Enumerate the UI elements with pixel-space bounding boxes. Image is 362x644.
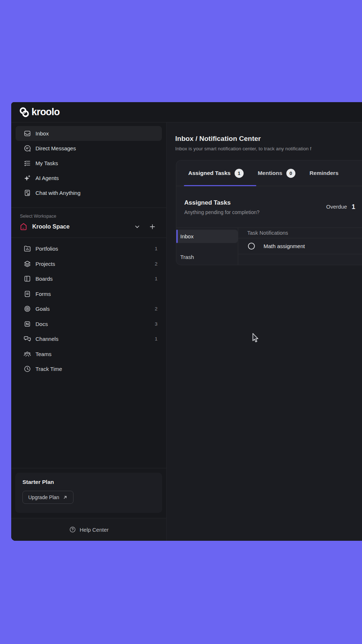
item-count: 1 bbox=[155, 246, 157, 251]
form-icon bbox=[24, 290, 31, 298]
item-count: 1 bbox=[155, 276, 157, 281]
help-center-button[interactable]: Help Center bbox=[11, 518, 166, 541]
arrow-up-right-icon bbox=[63, 495, 68, 500]
task-notification-list: Task Notifications Math assignment bbox=[238, 228, 362, 265]
sidebar-item-teams[interactable]: Teams bbox=[16, 347, 162, 362]
kroolo-app-window: kroolo Inbox bbox=[11, 102, 362, 541]
sidebar-item-docs[interactable]: Docs 3 bbox=[16, 317, 162, 332]
top-bar: kroolo bbox=[11, 102, 362, 122]
active-folder-indicator bbox=[176, 230, 178, 243]
sidebar-item-label: Docs bbox=[35, 321, 48, 327]
folder-trash[interactable]: Trash bbox=[176, 250, 238, 264]
checklist-icon bbox=[24, 159, 31, 167]
sidebar-item-label: Channels bbox=[35, 336, 58, 342]
sidebar-item-channels[interactable]: Channels 1 bbox=[16, 331, 162, 347]
tab-reminders[interactable]: Reminders bbox=[310, 170, 338, 176]
divider bbox=[11, 208, 166, 208]
sidebar-item-portfolios[interactable]: Portfolios 1 bbox=[16, 241, 162, 256]
overdue-count: 1 bbox=[352, 203, 355, 210]
page-title: Inbox / Notification Center bbox=[175, 134, 362, 143]
mouse-cursor bbox=[252, 333, 259, 343]
sidebar-item-chat-with-anything[interactable]: AI Chat with Anything bbox=[16, 185, 162, 200]
item-count: 1 bbox=[155, 336, 157, 342]
sidebar-item-inbox[interactable]: Inbox bbox=[16, 126, 162, 141]
folder-inbox[interactable]: Inbox bbox=[176, 230, 238, 243]
help-center-label: Help Center bbox=[80, 527, 109, 533]
modules-list: Portfolios 1 Projects 2 bbox=[11, 238, 166, 377]
tab-mentions[interactable]: Mentions 0 bbox=[258, 169, 295, 178]
kroolo-logo[interactable]: kroolo bbox=[18, 106, 60, 118]
sidebar-item-label: Chat with Anything bbox=[35, 190, 80, 196]
upgrade-plan-label: Upgrade Plan bbox=[28, 494, 59, 500]
overdue-label: Overdue bbox=[326, 203, 347, 210]
folder-label: Trash bbox=[180, 254, 194, 260]
sidebar-item-ai-agents[interactable]: AI Agents bbox=[16, 171, 162, 185]
help-icon bbox=[69, 526, 76, 533]
tab-count-badge: 1 bbox=[235, 169, 244, 178]
sidebar-item-label: My Tasks bbox=[35, 160, 58, 166]
sidebar-item-label: AI Agents bbox=[35, 175, 59, 181]
sidebar: Inbox Direct Messages bbox=[11, 122, 167, 541]
sidebar-item-label: Teams bbox=[35, 351, 51, 357]
brand-name: kroolo bbox=[31, 106, 60, 118]
plan-name: Starter Plan bbox=[22, 479, 155, 485]
sidebar-item-goals[interactable]: Goals 2 bbox=[16, 301, 162, 317]
sidebar-item-label: Goals bbox=[35, 306, 50, 312]
teams-icon bbox=[24, 350, 31, 358]
overdue-stat: Overdue 1 bbox=[326, 203, 355, 210]
chevron-down-icon[interactable] bbox=[134, 223, 141, 230]
kroolo-logo-icon bbox=[18, 106, 30, 118]
notification-card: Assigned Tasks 1 Mentions 0 Reminders bbox=[176, 160, 362, 265]
sidebar-item-forms[interactable]: Forms bbox=[16, 287, 162, 302]
workspace-selector[interactable]: Kroolo Space bbox=[16, 219, 162, 235]
item-count: 2 bbox=[155, 261, 157, 267]
assigned-tasks-header: Assigned Tasks Anything pending for comp… bbox=[176, 186, 362, 228]
folder-label: Inbox bbox=[180, 233, 194, 239]
workspace-section-label: Select Workspace bbox=[16, 214, 162, 219]
main-content: Inbox / Notification Center Inbox is you… bbox=[167, 122, 362, 541]
sidebar-item-label: Boards bbox=[35, 276, 53, 282]
page-subtitle: Inbox is your smart notification center,… bbox=[175, 146, 362, 152]
sidebar-item-label: Track Time bbox=[35, 366, 62, 372]
task-row[interactable]: Math assignment bbox=[238, 238, 362, 254]
sidebar-item-projects[interactable]: Projects 2 bbox=[16, 256, 162, 272]
clock-icon bbox=[24, 365, 31, 373]
tab-label: Reminders bbox=[310, 170, 338, 176]
layers-icon bbox=[24, 260, 31, 268]
svg-text:AI: AI bbox=[28, 193, 29, 195]
sidebar-item-boards[interactable]: Boards 1 bbox=[16, 271, 162, 287]
sidebar-item-track-time[interactable]: Track Time bbox=[16, 361, 162, 377]
task-status-circle-icon[interactable] bbox=[248, 243, 255, 250]
plan-section: Starter Plan Upgrade Plan bbox=[11, 468, 166, 518]
chat-doc-icon: AI bbox=[24, 189, 31, 197]
sidebar-item-label: Inbox bbox=[35, 130, 49, 137]
task-list-header: Task Notifications bbox=[238, 228, 362, 238]
doc-icon bbox=[24, 320, 31, 328]
sidebar-item-direct-messages[interactable]: Direct Messages bbox=[16, 141, 162, 156]
add-workspace-icon[interactable] bbox=[149, 223, 156, 230]
sidebar-nav: Inbox Direct Messages bbox=[11, 122, 166, 200]
upgrade-plan-button[interactable]: Upgrade Plan bbox=[22, 491, 73, 504]
message-icon bbox=[24, 145, 31, 152]
tab-label: Mentions bbox=[258, 170, 282, 176]
portfolio-icon bbox=[24, 245, 31, 252]
tab-assigned-tasks[interactable]: Assigned Tasks 1 bbox=[188, 169, 244, 178]
task-title: Math assignment bbox=[264, 243, 305, 249]
item-count: 3 bbox=[155, 321, 157, 327]
sidebar-item-my-tasks[interactable]: My Tasks bbox=[16, 156, 162, 171]
tab-count-badge: 0 bbox=[286, 169, 295, 178]
sidebar-item-label: Direct Messages bbox=[35, 145, 76, 151]
item-count: 2 bbox=[155, 306, 157, 311]
workspace-icon bbox=[19, 222, 28, 231]
tab-bar: Assigned Tasks 1 Mentions 0 Reminders bbox=[176, 160, 362, 186]
workspace-name: Kroolo Space bbox=[32, 223, 70, 230]
target-icon bbox=[24, 305, 31, 313]
sidebar-item-label: Portfolios bbox=[35, 246, 58, 252]
plan-card: Starter Plan Upgrade Plan bbox=[15, 473, 162, 513]
screen: kroolo Inbox bbox=[0, 0, 362, 644]
tab-label: Assigned Tasks bbox=[188, 170, 231, 176]
sidebar-item-label: Projects bbox=[35, 261, 55, 267]
channels-icon bbox=[24, 335, 31, 343]
sparkles-icon bbox=[24, 174, 31, 182]
inbox-icon bbox=[24, 130, 31, 137]
